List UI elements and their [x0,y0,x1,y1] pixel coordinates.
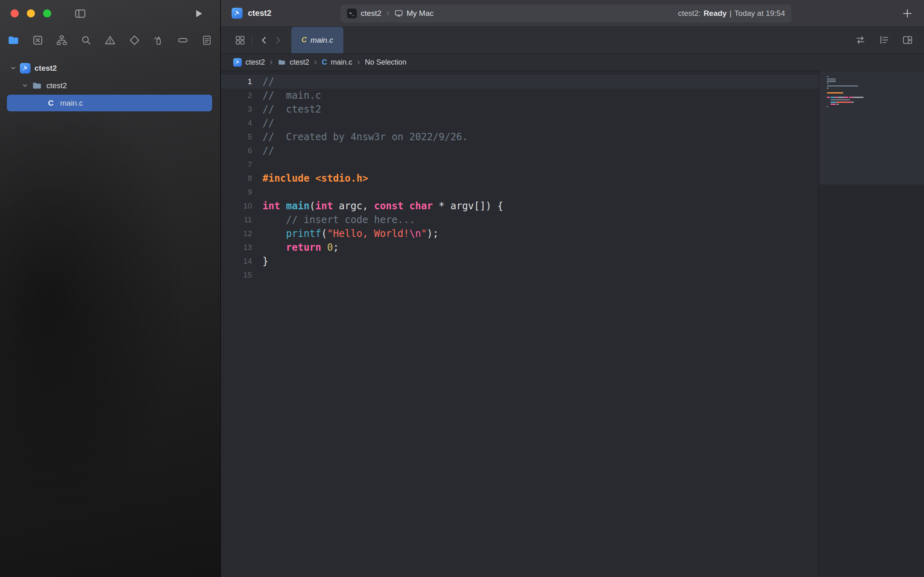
line-number[interactable]: 4 [221,116,252,130]
jumpbar-item[interactable]: Cmain.c [322,58,352,67]
line-number[interactable]: 11 [221,213,252,227]
code-line[interactable]: 7 [221,158,819,171]
minimap-line [827,97,921,98]
project-tree: ctest2ctest2Cmain.c [0,54,220,112]
c-file-icon: C [46,99,56,108]
tab-overview-icon[interactable] [233,33,247,47]
minimap-line [827,76,921,77]
code-text: int main(int argc, const char * argv[]) … [262,199,503,213]
forward-icon[interactable] [271,33,285,47]
code-text: // [262,75,274,89]
minimap-line [827,78,921,80]
code-line[interactable]: 6// [221,144,819,158]
reports-navigator-icon[interactable] [199,33,215,48]
code-line[interactable]: 13 return 0; [221,241,819,254]
code-text: // main.c [262,89,321,102]
line-number[interactable]: 7 [221,158,252,171]
navigator-bar [0,27,220,54]
line-number[interactable]: 15 [221,268,252,282]
line-number[interactable]: 3 [221,102,252,116]
chevron-right-icon [385,10,391,16]
line-number[interactable]: 8 [221,171,252,185]
code-line[interactable]: 14} [221,254,819,268]
code-line[interactable]: 5// Created by 4nsw3r on 2022/9/26. [221,130,819,144]
minimize-button[interactable] [27,9,35,17]
tree-label: main.c [60,99,83,108]
jumpbar-label: No Selection [365,58,406,67]
line-number[interactable]: 6 [221,144,252,158]
line-number[interactable]: 5 [221,130,252,144]
minimap[interactable] [819,71,924,577]
close-button[interactable] [11,9,19,17]
scheme-status-bar: >_ ctest2 My Mac ctest2: Ready | Today a… [341,4,792,22]
chevron-right-icon [268,59,274,65]
code-text: return 0; [262,241,339,254]
toggle-sidebar-icon[interactable] [73,7,87,20]
minimap-line [827,85,921,87]
scheme-selector[interactable]: ctest2 [361,9,382,18]
jumpbar-item[interactable]: ctest2 [233,58,265,67]
run-button[interactable] [191,7,205,20]
find-navigator-icon[interactable] [78,33,94,48]
tree-item-ctest2[interactable]: ctest2 [0,77,220,94]
code-line[interactable]: 11 // insert code here... [221,213,819,227]
disclosure-chevron-icon[interactable] [21,82,29,89]
code-line[interactable]: 15 [221,268,819,282]
issues-navigator-icon[interactable] [102,33,118,48]
xcode-project-icon [20,63,30,74]
code-text: // [262,144,274,158]
line-number[interactable]: 2 [221,89,252,102]
add-editor-icon[interactable] [900,33,914,47]
code-text: } [262,254,268,268]
status-separator: | [729,9,731,18]
symbols-navigator-icon[interactable] [54,33,69,48]
minimap-line [827,90,921,91]
activity-status[interactable]: ctest2: Ready | Today at 19:54 [678,9,785,18]
editor: 1//2// main.c3// ctest24//5// Created by… [221,71,924,577]
c-file-icon: C [301,36,307,44]
editor-controls [853,33,914,47]
code-area[interactable]: 1//2// main.c3// ctest24//5// Created by… [221,71,819,577]
code-line[interactable]: 4// [221,116,819,130]
add-button[interactable] [900,7,914,20]
status-state: Ready [703,9,727,18]
line-number[interactable]: 13 [221,241,252,254]
tree-item-main-c[interactable]: Cmain.c [0,94,220,112]
line-number[interactable]: 12 [221,227,252,241]
window-titlebar [0,0,220,27]
code-line[interactable]: 1// [221,75,819,89]
folder-icon [278,58,286,67]
breakpoints-navigator-icon[interactable] [175,33,191,48]
code-line[interactable]: 2// main.c [221,89,819,102]
code-line[interactable]: 3// ctest2 [221,102,819,116]
jumpbar-item[interactable]: No Selection [365,58,406,67]
tests-navigator-icon[interactable] [127,33,142,48]
line-number[interactable]: 14 [221,254,252,268]
jumpbar-item[interactable]: ctest2 [278,58,309,67]
tab-main-c[interactable]: C main.c [291,27,343,53]
source-control-navigator-icon[interactable] [30,33,46,48]
zoom-button[interactable] [43,9,51,17]
code-text: // ctest2 [262,102,321,116]
code-text: // Created by 4nsw3r on 2022/9/26. [262,130,468,144]
code-text: #include <stdio.h> [262,171,368,185]
line-number[interactable]: 1 [221,75,252,89]
tree-item-ctest2[interactable]: ctest2 [0,59,220,77]
debug-navigator-icon[interactable] [151,33,166,48]
code-line[interactable]: 8#include <stdio.h> [221,171,819,185]
minimap-line [827,106,921,107]
editor-options-icon[interactable] [877,33,891,47]
line-number[interactable]: 10 [221,199,252,213]
line-number[interactable]: 9 [221,185,252,199]
swap-editors-icon[interactable] [853,33,867,47]
code-line[interactable]: 9 [221,185,819,199]
back-icon[interactable] [257,33,271,47]
c-file-icon: C [322,58,327,67]
code-text: // insert code here... [262,213,415,227]
minimap-line [827,99,921,100]
disclosure-chevron-icon[interactable] [9,65,17,71]
project-navigator-icon[interactable] [6,33,21,48]
code-line[interactable]: 10int main(int argc, const char * argv[]… [221,199,819,213]
code-line[interactable]: 12 printf("Hello, World!\n"); [221,227,819,241]
destination-selector[interactable]: My Mac [407,9,434,18]
